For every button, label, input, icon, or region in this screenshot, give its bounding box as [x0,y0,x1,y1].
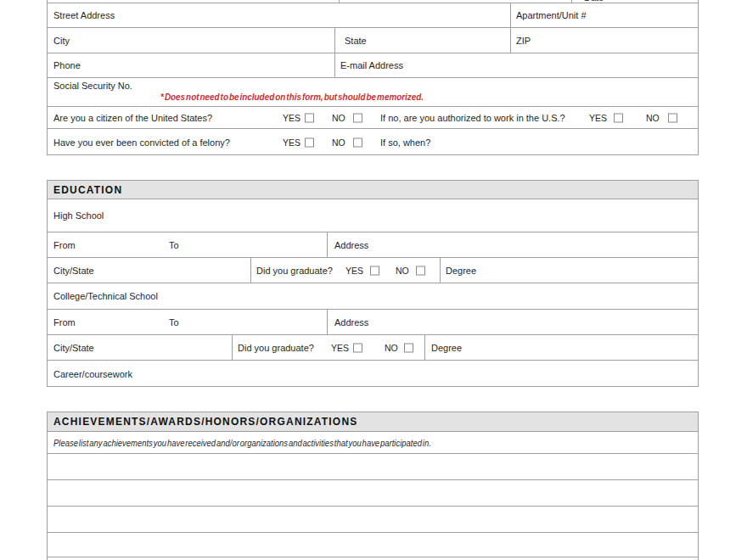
felony-question-row: Have you ever been convicted of a felony… [48,129,698,155]
education-section-header: EDUCATION [48,181,698,199]
college-label: College/Technical School [53,291,158,301]
street-address-field[interactable]: Street Address [48,3,510,27]
street-address-label: Street Address [53,10,115,20]
state-label: State [345,36,367,46]
to-label: To [169,317,179,328]
achievements-table: ACHIEVEMENTS/AWARDS/HONORS/ORGANIZATIONS… [47,412,699,560]
hs-city-state-field[interactable]: City/State [48,258,250,283]
email-label: E-mail Address [340,60,403,70]
education-header-label: EDUCATION [53,184,122,196]
did-you-graduate-label: Did you graduate? [238,343,314,353]
college-citystate-graduate-row: City/State Did you graduate? YES NO Degr… [48,335,698,361]
felony-yes-label: YES [283,137,300,148]
ssn-label: Social Security No. [53,81,132,91]
authorized-yes-checkbox[interactable] [614,113,623,122]
achievements-header-label: ACHIEVEMENTS/AWARDS/HONORS/ORGANIZATIONS [53,416,357,428]
to-label: To [169,240,179,250]
from-label: From [53,240,76,250]
achievements-instruction-label: Please list any achievements you have re… [53,438,431,448]
authorized-question-label: If no, are you authorized to work in the… [380,113,565,123]
achievements-section-header: ACHIEVEMENTS/AWARDS/HONORS/ORGANIZATIONS [48,412,698,432]
phone-email-row: Phone E-mail Address [48,53,698,78]
felony-question-label: Have you ever been convicted of a felony… [53,137,230,148]
citizen-question-label: Are you a citizen of the United States? [53,113,212,123]
college-city-state-field[interactable]: City/State [48,335,232,360]
did-you-graduate-label: Did you graduate? [256,266,333,276]
felony-no-label: NO [332,137,345,148]
hs-graduate-yes-label: YES [345,266,363,276]
column-divider [339,0,340,3]
city-state-label: City/State [53,266,94,276]
degree-label: Degree [446,266,476,276]
ssn-note: * Does not need to be included on this f… [160,92,424,102]
hs-degree-field[interactable]: Degree [440,258,698,283]
apartment-unit-field[interactable]: Apartment/Unit # [510,3,698,27]
city-label: City [53,36,70,46]
address-label: Address [334,317,368,328]
career-coursework-field[interactable]: Career/coursework [48,361,698,388]
college-degree-field[interactable]: Degree [424,335,698,360]
degree-label: Degree [431,343,462,353]
zip-label: ZIP [516,36,531,46]
college-from-to-field[interactable]: From To [48,310,327,334]
zip-field[interactable]: ZIP [510,28,698,53]
felony-yes-checkbox[interactable] [305,137,314,147]
college-graduate-no-label: NO [385,343,398,353]
city-field[interactable]: City [48,28,334,53]
high-school-label: High School [53,210,104,221]
column-divider [250,258,251,283]
citizenship-question-row: Are you a citizen of the United States? … [48,107,698,129]
city-state-zip-row: City State ZIP [48,28,698,53]
citizen-yes-label: YES [283,113,300,123]
column-divider [232,335,233,360]
high-school-field[interactable]: High School [48,199,698,232]
achievement-entry-row-1[interactable] [48,454,698,480]
hs-citystate-graduate-row: City/State Did you graduate? YES NO Degr… [48,258,698,283]
ssn-row[interactable]: Social Security No. * Does not need to b… [48,78,698,107]
college-graduate-yes-label: YES [331,343,349,353]
achievement-entry-row-2[interactable] [48,480,698,507]
column-divider [571,0,572,3]
hs-graduate-no-label: NO [396,266,409,276]
career-coursework-label: Career/coursework [53,369,132,379]
table-bottom-border [47,386,699,387]
college-address-field[interactable]: Address [327,310,698,334]
hs-address-field[interactable]: Address [327,232,698,257]
hs-from-to-field[interactable]: From To [48,232,327,257]
date-field-label: Date [584,0,604,3]
education-table: EDUCATION High School From To Address Ci… [47,180,699,387]
citizen-yes-checkbox[interactable] [305,113,314,122]
phone-field[interactable]: Phone [48,53,334,77]
employment-application-form-page: Date Street Address Apartment/Unit # Cit… [0,0,747,560]
achievements-instruction-row: Please list any achievements you have re… [48,432,698,454]
hs-graduate-yes-checkbox[interactable] [370,266,379,275]
state-field[interactable]: State [334,28,510,53]
phone-label: Phone [53,60,81,70]
authorized-yes-label: YES [589,113,607,123]
city-state-label: City/State [53,343,94,353]
college-field[interactable]: College/Technical School [48,283,698,310]
hs-graduate-no-checkbox[interactable] [416,266,425,275]
from-label: From [53,317,76,328]
achievement-entry-row-3[interactable] [48,507,698,533]
email-field[interactable]: E-mail Address [334,53,698,77]
contact-info-table: Date Street Address Apartment/Unit # Cit… [47,0,699,155]
address-row: Street Address Apartment/Unit # [48,3,698,28]
college-dates-address-row: From To Address [48,310,698,335]
felony-when-label: If so, when? [380,137,430,148]
college-graduate-no-checkbox[interactable] [404,343,413,352]
felony-no-checkbox[interactable] [353,137,362,147]
authorized-no-label: NO [646,113,660,123]
hs-dates-address-row: From To Address [48,232,698,258]
table-bottom-border [47,154,699,155]
college-graduate-yes-checkbox[interactable] [353,343,362,352]
address-label: Address [334,240,368,250]
achievement-entry-row-4[interactable] [48,533,698,557]
apartment-unit-label: Apartment/Unit # [516,10,587,20]
citizen-no-checkbox[interactable] [353,113,362,122]
citizen-no-label: NO [332,113,345,123]
authorized-no-checkbox[interactable] [668,113,677,122]
